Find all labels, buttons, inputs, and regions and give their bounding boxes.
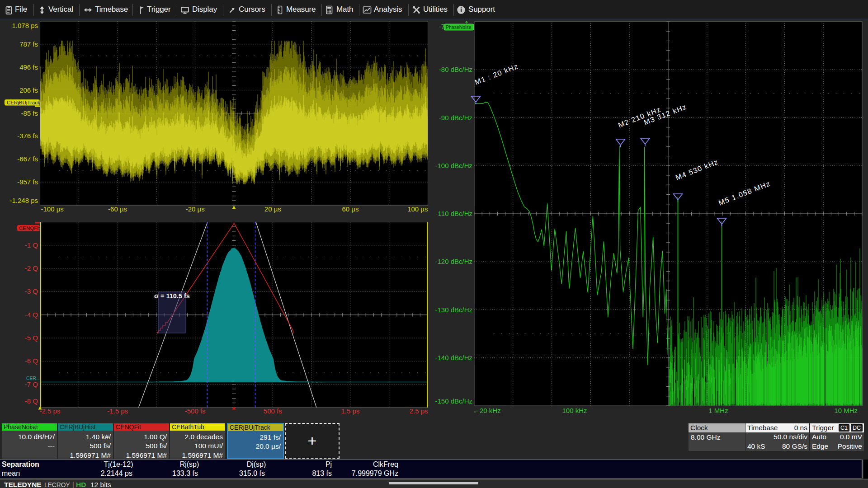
svg-text:-1 Q: -1 Q: [25, 241, 38, 249]
svg-text:-60 µs: -60 µs: [108, 205, 127, 213]
svg-text:1.078 ps: 1.078 ps: [12, 22, 38, 29]
svg-text:60 µs: 60 µs: [342, 205, 359, 213]
svg-text:-2 Q: -2 Q: [25, 264, 38, 272]
svg-text:-2.5 ps: -2.5 ps: [40, 407, 61, 415]
svg-text:-1.248 ps: -1.248 ps: [9, 197, 38, 204]
svg-text:-20 µs: -20 µs: [186, 205, 205, 213]
svg-text:-80 dBc/Hz: -80 dBc/Hz: [439, 66, 472, 73]
svg-text:σ = 110.5 fs: σ = 110.5 fs: [154, 292, 190, 300]
svg-text:1.5 ps: 1.5 ps: [341, 407, 359, 415]
svg-text:-85 fs: -85 fs: [21, 109, 38, 117]
svg-text:500 fs: 500 fs: [264, 407, 282, 415]
svg-text:-150 dBc/Hz: -150 dBc/Hz: [435, 397, 472, 405]
svg-text:CENQFit: CENQFit: [19, 225, 40, 231]
svg-text:-7 Q: -7 Q: [25, 380, 38, 388]
svg-text:10 MHz: 10 MHz: [834, 407, 858, 414]
svg-text:1 MHz: 1 MHz: [708, 407, 728, 414]
svg-text:-376 fs: -376 fs: [17, 132, 38, 140]
svg-text:-4 Q: -4 Q: [25, 311, 38, 319]
svg-text:206 fs: 206 fs: [19, 86, 38, 94]
svg-text:-667 fs: -667 fs: [17, 155, 38, 163]
svg-text:2.5 ps: 2.5 ps: [410, 407, 428, 415]
svg-text:100 kHz: 100 kHz: [562, 407, 587, 414]
svg-text:100 µs: 100 µs: [407, 205, 428, 213]
svg-text:-130 dBc/Hz: -130 dBc/Hz: [435, 306, 472, 314]
svg-text:-3 Q: -3 Q: [25, 287, 38, 295]
svg-text:-100 dBc/Hz: -100 dBc/Hz: [435, 162, 472, 169]
svg-text:-957 fs: -957 fs: [17, 178, 38, 186]
svg-text:-500 fs: -500 fs: [185, 407, 206, 415]
svg-text:CER..: CER..: [26, 375, 39, 381]
svg-text:-5 Q: -5 Q: [25, 334, 38, 342]
svg-text:-100 µs: -100 µs: [41, 205, 64, 213]
svg-text:CERjBUjTrack: CERjBUjTrack: [7, 100, 40, 105]
svg-text:-6 Q: -6 Q: [25, 357, 38, 365]
svg-text:-1.5 ps: -1.5 ps: [107, 407, 128, 415]
svg-text:496 fs: 496 fs: [19, 63, 38, 71]
svg-text:-90 dBc/Hz: -90 dBc/Hz: [439, 114, 472, 122]
svg-text:PhaseNoise: PhaseNoise: [446, 24, 472, 30]
svg-text:20 µs: 20 µs: [264, 205, 281, 213]
svg-text:-110 dBc/Hz: -110 dBc/Hz: [436, 210, 472, 217]
svg-text:-120 dBc/Hz: -120 dBc/Hz: [435, 258, 472, 265]
svg-text:-8 Q: -8 Q: [25, 397, 38, 405]
svg-text:-140 dBc/Hz: -140 dBc/Hz: [435, 354, 472, 361]
svg-text:←20 kHz: ←20 kHz: [473, 407, 501, 414]
svg-text:787 fs: 787 fs: [19, 40, 38, 48]
